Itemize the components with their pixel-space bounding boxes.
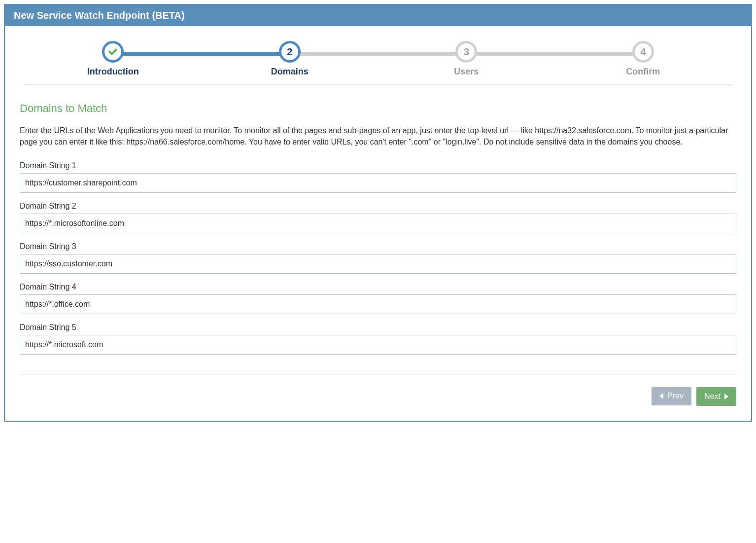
section-instructions: Enter the URLs of the Web Applications y… (20, 125, 736, 147)
section-title: Domains to Match (20, 102, 736, 115)
step-label-4: Confirm (555, 67, 732, 77)
prev-button[interactable]: Prev (652, 387, 691, 405)
domain-label-3: Domain String 3 (20, 242, 736, 251)
next-button[interactable]: Next (696, 387, 736, 406)
domain-label-1: Domain String 1 (20, 161, 736, 170)
panel-body: Introduction 2 Domains 3 Users 4 Confirm… (5, 26, 751, 421)
domain-input-1[interactable] (20, 173, 736, 193)
wizard-step-introduction[interactable]: Introduction (25, 41, 202, 77)
domain-field-1: Domain String 1 (20, 161, 736, 193)
domain-field-3: Domain String 3 (20, 242, 736, 274)
domain-field-4: Domain String 4 (20, 283, 736, 314)
domain-label-4: Domain String 4 (20, 283, 736, 291)
step-circle-1 (102, 41, 124, 63)
domain-input-4[interactable] (20, 294, 736, 314)
step-label-3: Users (378, 67, 555, 77)
domain-label-2: Domain String 2 (20, 202, 736, 211)
wizard-stepper: Introduction 2 Domains 3 Users 4 Confirm (25, 41, 731, 84)
domain-input-3[interactable] (20, 254, 736, 274)
domain-field-5: Domain String 5 (20, 323, 736, 355)
step-label-2: Domains (202, 67, 378, 77)
step-circle-3: 3 (455, 41, 477, 63)
step-circle-4: 4 (632, 41, 654, 63)
panel-title: New Service Watch Endpoint (BETA) (5, 5, 751, 26)
domain-input-2[interactable] (20, 214, 736, 233)
domain-field-2: Domain String 2 (20, 202, 736, 233)
domain-label-5: Domain String 5 (20, 323, 736, 332)
arrow-left-icon (659, 393, 663, 399)
wizard-panel: New Service Watch Endpoint (BETA) Introd… (4, 4, 752, 422)
wizard-step-confirm[interactable]: 4 Confirm (555, 41, 732, 77)
arrow-right-icon (724, 394, 728, 399)
wizard-step-domains[interactable]: 2 Domains (202, 41, 378, 77)
wizard-footer: Prev Next (20, 374, 736, 406)
step-circle-2: 2 (279, 41, 301, 63)
check-icon (108, 46, 117, 55)
domain-input-5[interactable] (20, 335, 736, 355)
prev-button-label: Prev (667, 392, 684, 400)
next-button-label: Next (704, 392, 721, 401)
step-label-1: Introduction (25, 67, 202, 77)
wizard-step-users[interactable]: 3 Users (378, 41, 555, 77)
